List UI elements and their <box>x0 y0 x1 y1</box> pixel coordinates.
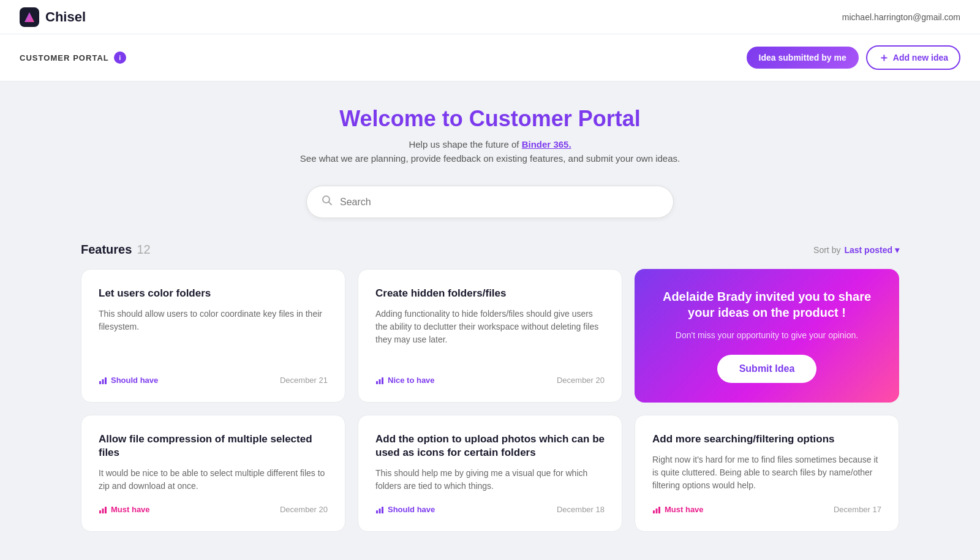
svg-rect-11 <box>102 509 104 513</box>
hero-title: Welcome to Customer Portal <box>81 106 899 132</box>
hero-sub-text: Help us shape the future of <box>409 139 521 149</box>
chevron-down-icon: ▾ <box>895 245 899 255</box>
card-title: Let users color folders <box>99 287 328 300</box>
svg-rect-12 <box>105 507 107 513</box>
card-desc: Adding functionality to hide folders/fil… <box>375 308 605 363</box>
card-desc: Right now it's hard for me to find files… <box>652 453 881 493</box>
portal-label: CUSTOMER PORTAL i <box>20 51 126 64</box>
card-tag: Must have <box>652 505 704 514</box>
card-footer: Should have December 18 <box>375 505 605 514</box>
svg-rect-17 <box>656 509 658 513</box>
tag-label: Must have <box>665 505 704 514</box>
portal-label-text: CUSTOMER PORTAL <box>20 53 109 62</box>
search-input[interactable] <box>340 197 658 208</box>
svg-rect-7 <box>376 381 378 384</box>
tag-label: Should have <box>388 505 435 514</box>
cards-grid: Let users color folders This should allo… <box>81 269 899 532</box>
logo-area: Chisel <box>20 7 86 27</box>
svg-rect-15 <box>382 507 383 513</box>
hero-section: Welcome to Customer Portal Help us shape… <box>81 106 899 164</box>
add-new-idea-button[interactable]: ＋ Add new idea <box>866 45 960 70</box>
card-title: Add the option to upload photos which ca… <box>375 433 605 460</box>
feature-card[interactable]: Create hidden folders/files Adding funct… <box>358 269 622 403</box>
card-tag: Should have <box>99 376 158 385</box>
card-date: December 21 <box>280 376 328 385</box>
card-footer: Nice to have December 20 <box>375 376 605 385</box>
svg-rect-16 <box>653 510 655 513</box>
promo-title: Adelaide Brady invited you to share your… <box>652 289 882 320</box>
header-actions: Idea submitted by me ＋ Add new idea <box>747 45 960 70</box>
info-icon: i <box>114 51 126 64</box>
feature-card[interactable]: Let users color folders This should allo… <box>81 269 345 403</box>
card-desc: This should allow users to color coordin… <box>99 308 328 363</box>
chisel-logo-icon <box>20 7 39 27</box>
svg-line-3 <box>329 202 332 205</box>
feature-card[interactable]: Allow file compression of multiple selec… <box>81 415 345 532</box>
idea-submitted-button[interactable]: Idea submitted by me <box>747 47 859 69</box>
features-label: Features <box>81 243 132 257</box>
svg-rect-4 <box>99 381 101 384</box>
tag-label: Should have <box>111 376 158 385</box>
hero-description: See what we are planning, provide feedba… <box>81 153 899 164</box>
bar-chart-icon <box>652 505 661 514</box>
card-date: December 20 <box>557 376 605 385</box>
hero-title-start: Welcome to <box>339 106 469 131</box>
feature-card[interactable]: Add the option to upload photos which ca… <box>358 415 622 532</box>
logo-text: Chisel <box>45 9 86 25</box>
tag-label: Must have <box>111 505 150 514</box>
search-container <box>81 186 899 218</box>
card-date: December 18 <box>557 505 605 514</box>
card-tag: Must have <box>99 505 150 514</box>
card-tag: Should have <box>375 505 435 514</box>
sort-area: Sort by Last posted ▾ <box>813 245 899 255</box>
svg-rect-5 <box>102 379 104 384</box>
features-title: Features 12 <box>81 243 151 257</box>
search-box <box>306 186 674 218</box>
svg-rect-13 <box>376 510 378 513</box>
features-header: Features 12 Sort by Last posted ▾ <box>81 243 899 257</box>
svg-rect-8 <box>379 379 381 384</box>
submit-idea-button[interactable]: Submit Idea <box>717 355 817 383</box>
plus-icon: ＋ <box>878 52 889 63</box>
svg-rect-6 <box>105 377 107 384</box>
top-nav: Chisel michael.harrington@gmail.com <box>0 0 980 34</box>
svg-rect-10 <box>99 510 101 513</box>
card-date: December 20 <box>280 505 328 514</box>
search-icon <box>322 195 333 209</box>
hero-title-brand: Customer Portal <box>469 106 641 131</box>
bar-chart-icon <box>99 376 107 385</box>
sort-label: Sort by <box>813 245 840 255</box>
svg-rect-18 <box>658 507 660 513</box>
feature-card[interactable]: Add more searching/filtering options Rig… <box>635 415 899 532</box>
card-title: Create hidden folders/files <box>375 287 605 300</box>
card-footer: Must have December 20 <box>99 505 328 514</box>
svg-rect-9 <box>382 377 383 384</box>
card-footer: Should have December 21 <box>99 376 328 385</box>
page-header-bar: CUSTOMER PORTAL i Idea submitted by me ＋… <box>0 34 980 81</box>
card-desc: It would be nice to be able to select mu… <box>99 467 328 493</box>
hero-subtitle: Help us shape the future of Binder 365. <box>81 139 899 149</box>
card-footer: Must have December 17 <box>652 505 881 514</box>
card-title: Allow file compression of multiple selec… <box>99 433 328 460</box>
card-title: Add more searching/filtering options <box>652 433 881 446</box>
user-email: michael.harrington@gmail.com <box>842 12 960 22</box>
promo-sub: Don't miss your opportunity to give your… <box>676 330 858 340</box>
bar-chart-icon <box>375 505 384 514</box>
promo-card: Adelaide Brady invited you to share your… <box>635 269 899 403</box>
tag-label: Nice to have <box>388 376 435 385</box>
svg-rect-14 <box>379 509 381 513</box>
card-tag: Nice to have <box>375 376 435 385</box>
main-content: Welcome to Customer Portal Help us shape… <box>61 81 919 556</box>
card-desc: This should help me by giving me a visua… <box>375 467 605 493</box>
sort-value-button[interactable]: Last posted ▾ <box>844 245 899 255</box>
features-count: 12 <box>137 243 150 257</box>
brand-link[interactable]: Binder 365. <box>522 139 571 149</box>
card-date: December 17 <box>834 505 881 514</box>
bar-chart-icon <box>375 376 384 385</box>
bar-chart-icon <box>99 505 107 514</box>
add-idea-label: Add new idea <box>893 53 948 62</box>
